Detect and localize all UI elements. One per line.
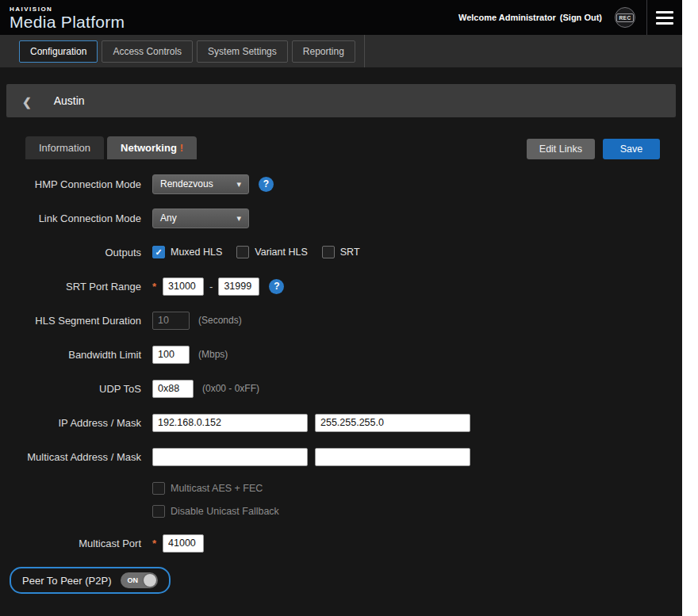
srt-port-from-input[interactable] bbox=[163, 277, 204, 296]
checkbox-unchecked-icon bbox=[236, 246, 249, 258]
main-nav: Configuration Access Controls System Set… bbox=[0, 35, 682, 67]
range-separator: - bbox=[209, 281, 213, 293]
back-button[interactable] bbox=[17, 93, 36, 109]
nav-tab-access-controls[interactable]: Access Controls bbox=[102, 40, 193, 63]
top-header: HAIVISION Media Platform Welcome Adminis… bbox=[0, 0, 682, 35]
udp-tos-row: UDP ToS (0x00 - 0xFF) bbox=[0, 378, 682, 399]
rec-badge[interactable]: REC bbox=[615, 7, 635, 28]
multicast-address-mask-label: Multicast Address / Mask bbox=[0, 451, 141, 463]
checkbox-unchecked-icon bbox=[152, 482, 165, 495]
nav-tab-system-settings[interactable]: System Settings bbox=[197, 40, 288, 63]
p2p-row: Peer To Peer (P2P) ON bbox=[0, 567, 682, 594]
link-connection-mode-value: Any bbox=[160, 212, 177, 224]
multicast-aes-fec-row: Multicast AES + FEC bbox=[0, 480, 682, 496]
ip-address-mask-label: IP Address / Mask bbox=[0, 417, 141, 429]
hamburger-menu-icon[interactable] bbox=[647, 0, 682, 35]
brand-haivision: HAIVISION bbox=[10, 6, 125, 13]
outputs-variant-hls-label: Variant HLS bbox=[255, 247, 307, 258]
multicast-aes-fec-checkbox: Multicast AES + FEC bbox=[152, 482, 263, 495]
tab-information[interactable]: Information bbox=[25, 136, 104, 159]
bandwidth-limit-unit: (Mbps) bbox=[198, 349, 228, 360]
hmp-connection-mode-row: HMP Connection Mode Rendezvous bbox=[0, 174, 682, 194]
nav-tab-configuration[interactable]: Configuration bbox=[19, 40, 98, 63]
hls-segment-duration-label: HLS Segment Duration bbox=[0, 315, 141, 327]
multicast-aes-fec-label: Multicast AES + FEC bbox=[171, 483, 263, 494]
p2p-label: Peer To Peer (P2P) bbox=[22, 575, 111, 587]
networking-form: HMP Connection Mode Rendezvous Link Conn… bbox=[0, 174, 682, 616]
outputs-muxed-hls-label: Muxed HLS bbox=[171, 247, 222, 258]
link-connection-mode-row: Link Connection Mode Any bbox=[0, 208, 682, 228]
ip-address-input[interactable] bbox=[152, 414, 308, 432]
tab-networking-label: Networking bbox=[121, 142, 177, 154]
outputs-srt-label: SRT bbox=[340, 247, 360, 258]
tab-networking[interactable]: Networking! bbox=[107, 136, 197, 159]
hls-segment-duration-unit: (Seconds) bbox=[198, 315, 242, 326]
checkbox-checked-icon bbox=[152, 246, 165, 258]
outputs-label: Outputs bbox=[0, 247, 141, 258]
tabs-row: Information Networking! Edit Links Save bbox=[25, 136, 660, 159]
checkbox-unchecked-icon bbox=[152, 505, 165, 518]
multicast-port-input[interactable] bbox=[163, 534, 204, 553]
toggle-knob bbox=[144, 574, 156, 587]
p2p-toggle[interactable]: ON bbox=[121, 572, 158, 588]
edit-links-button[interactable]: Edit Links bbox=[527, 139, 595, 159]
header-right: Welcome Administrator (Sign Out) REC bbox=[458, 0, 682, 35]
outputs-variant-hls-checkbox[interactable]: Variant HLS bbox=[236, 246, 307, 258]
hmp-connection-mode-select[interactable]: Rendezvous bbox=[152, 174, 249, 194]
welcome-text: Welcome Administrator bbox=[458, 13, 556, 22]
save-button[interactable]: Save bbox=[603, 139, 660, 159]
hls-segment-duration-input bbox=[152, 312, 190, 330]
hmp-connection-mode-label: HMP Connection Mode bbox=[0, 178, 141, 190]
rec-label: REC bbox=[616, 13, 633, 22]
hmp-connection-mode-value: Rendezvous bbox=[160, 178, 213, 189]
srt-port-range-row: SRT Port Range * - bbox=[0, 276, 682, 297]
link-connection-mode-select[interactable]: Any bbox=[152, 209, 249, 228]
udp-tos-label: UDP ToS bbox=[0, 383, 141, 395]
chevron-down-icon bbox=[236, 178, 241, 189]
outputs-srt-checkbox[interactable]: SRT bbox=[322, 246, 360, 258]
ip-mask-input[interactable] bbox=[315, 414, 470, 432]
app-window: HAIVISION Media Platform Welcome Adminis… bbox=[0, 0, 682, 616]
hls-segment-duration-row: HLS Segment Duration (Seconds) bbox=[0, 310, 682, 331]
p2p-toggle-state: ON bbox=[127, 576, 138, 584]
outputs-muxed-hls-checkbox[interactable]: Muxed HLS bbox=[152, 246, 222, 258]
hmp-connection-mode-help-icon[interactable] bbox=[259, 177, 274, 192]
p2p-highlight-box: Peer To Peer (P2P) ON bbox=[10, 567, 171, 594]
sign-out-link[interactable]: (Sign Out) bbox=[560, 13, 602, 22]
srt-port-to-input[interactable] bbox=[218, 277, 259, 296]
srt-port-range-label: SRT Port Range bbox=[0, 281, 141, 293]
required-marker: * bbox=[152, 281, 156, 293]
bandwidth-limit-row: Bandwidth Limit (Mbps) bbox=[0, 344, 682, 365]
outputs-row: Outputs Muxed HLS Variant HLS SRT bbox=[0, 242, 682, 262]
nav-divider bbox=[364, 35, 365, 67]
multicast-address-input[interactable] bbox=[152, 448, 308, 466]
multicast-port-label: Multicast Port bbox=[0, 538, 141, 549]
disable-unicast-fallback-row: Disable Unicast Fallback bbox=[0, 503, 682, 519]
multicast-port-row: Multicast Port * bbox=[0, 533, 682, 553]
required-marker: * bbox=[152, 538, 156, 549]
disable-unicast-fallback-label: Disable Unicast Fallback bbox=[171, 506, 279, 517]
networking-alert-icon: ! bbox=[180, 142, 183, 154]
ip-address-mask-row: IP Address / Mask bbox=[0, 412, 682, 433]
nav-tab-reporting[interactable]: Reporting bbox=[292, 40, 355, 63]
bandwidth-limit-label: Bandwidth Limit bbox=[0, 349, 141, 361]
srt-port-range-help-icon[interactable] bbox=[269, 279, 284, 294]
page-title: Austin bbox=[54, 94, 85, 107]
brand-logo: HAIVISION Media Platform bbox=[10, 5, 125, 30]
brand-media-platform: Media Platform bbox=[10, 13, 125, 30]
link-connection-mode-label: Link Connection Mode bbox=[0, 212, 141, 224]
page-header: Austin bbox=[6, 84, 676, 117]
disable-unicast-fallback-checkbox: Disable Unicast Fallback bbox=[152, 505, 279, 518]
multicast-address-mask-row: Multicast Address / Mask bbox=[0, 446, 682, 467]
udp-tos-unit: (0x00 - 0xFF) bbox=[202, 383, 259, 394]
bandwidth-limit-input[interactable] bbox=[152, 346, 190, 364]
multicast-mask-input[interactable] bbox=[315, 448, 470, 466]
udp-tos-input[interactable] bbox=[152, 380, 194, 398]
chevron-down-icon bbox=[236, 212, 241, 224]
checkbox-unchecked-icon bbox=[322, 246, 335, 258]
